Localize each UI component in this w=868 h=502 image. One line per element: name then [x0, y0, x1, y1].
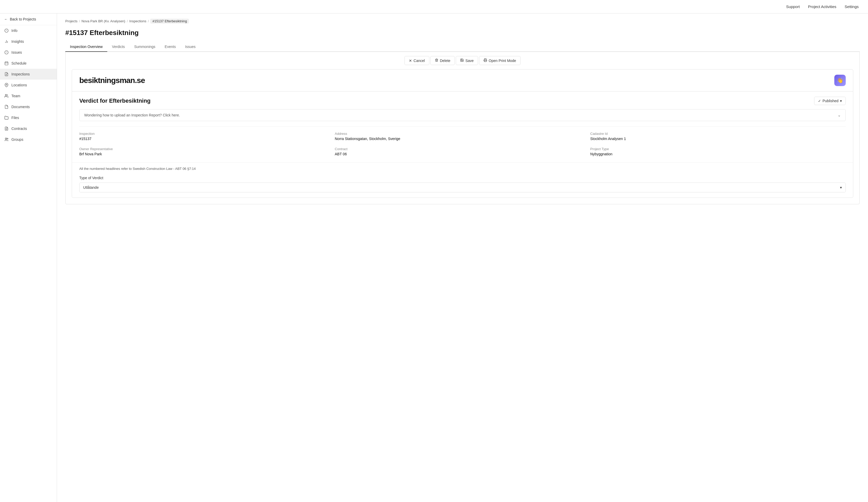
verdict-type-chevron-icon: ▾: [840, 185, 842, 190]
info-banner-expand-icon: ⌄: [838, 113, 841, 117]
breadcrumb-projects[interactable]: Projects: [65, 19, 78, 23]
issues-icon: [4, 50, 9, 55]
verdict-type-label: Type of Verdict: [79, 176, 846, 180]
verdict-title: Verdict for Efterbesiktning: [79, 98, 151, 104]
published-label: Published: [823, 99, 839, 103]
project-activities-button[interactable]: Project Activities: [805, 3, 839, 10]
breadcrumb-sep-1: /: [79, 19, 80, 23]
tab-summonings[interactable]: Summonings: [130, 42, 160, 52]
tab-inspection-overview[interactable]: Inspection Overview: [65, 42, 107, 52]
field-contract-label: Contract: [335, 147, 590, 151]
chevron-down-icon: ▾: [840, 99, 842, 103]
tab-events[interactable]: Events: [160, 42, 180, 52]
logo-dot: .: [135, 76, 136, 84]
field-owner-rep-value: Brf Nova Park: [79, 152, 335, 156]
law-note: All the numbered headlines refer to Swed…: [72, 162, 853, 176]
sidebar: ← Back to Projects Info Insights Issues: [0, 13, 57, 502]
print-label: Open Print Mode: [489, 59, 516, 63]
law-note-text: All the numbered headlines refer to Swed…: [79, 167, 196, 171]
sidebar-item-issues[interactable]: Issues: [0, 47, 57, 58]
open-print-mode-button[interactable]: Open Print Mode: [479, 56, 520, 65]
content-panel: ✕ Cancel Delete Save: [65, 52, 860, 204]
verdict-header: Verdict for Efterbesiktning ✓ Published …: [72, 91, 853, 109]
field-cadastre: Cadastre Id Stockholm Analysen 1: [590, 132, 846, 141]
field-contract: Contract ABT 06: [335, 147, 590, 156]
groups-icon: [4, 137, 9, 142]
sidebar-item-contracts-label: Contracts: [11, 127, 27, 131]
tab-verdicts[interactable]: Verdicts: [107, 42, 130, 52]
logo-avatar: 👋: [834, 75, 846, 86]
sidebar-item-schedule-label: Schedule: [11, 61, 27, 66]
published-button[interactable]: ✓ Published ▾: [814, 97, 846, 105]
schedule-icon: [4, 61, 9, 66]
sidebar-item-issues-label: Issues: [11, 50, 22, 54]
svg-point-20: [7, 138, 8, 139]
back-to-projects-button[interactable]: ← Back to Projects: [0, 13, 57, 25]
support-button[interactable]: Support: [783, 3, 803, 10]
breadcrumb: Projects / Nova Park BR (Kv. Analysen) /…: [65, 19, 860, 23]
sidebar-item-locations[interactable]: Locations: [0, 80, 57, 90]
field-inspection: Inspection #15137: [79, 132, 335, 141]
delete-icon: [435, 58, 438, 63]
field-address-value: Norra Stationsgatan, Stockholm, Sverige: [335, 137, 590, 141]
sidebar-item-files[interactable]: Files: [0, 112, 57, 123]
contracts-icon: [4, 126, 9, 131]
svg-rect-9: [5, 62, 8, 65]
logo-text: besiktningsman.se: [79, 76, 145, 85]
field-owner-rep: Owner Representative Brf Nova Park: [79, 147, 335, 156]
svg-point-19: [5, 138, 7, 139]
logo-bar: besiktningsman.se 👋: [72, 70, 853, 91]
breadcrumb-inspections[interactable]: Inspections: [129, 19, 146, 23]
print-icon: [484, 58, 487, 63]
documents-icon: [4, 104, 9, 109]
sidebar-item-info-label: Info: [11, 29, 17, 33]
sidebar-item-insights[interactable]: Insights: [0, 36, 57, 47]
sidebar-item-documents-label: Documents: [11, 105, 30, 109]
svg-point-15: [6, 84, 7, 85]
delete-button[interactable]: Delete: [430, 56, 455, 65]
delete-label: Delete: [440, 59, 450, 63]
main-content: Projects / Nova Park BR (Kv. Analysen) /…: [57, 13, 868, 502]
back-label: Back to Projects: [10, 17, 36, 21]
breadcrumb-sep-2: /: [127, 19, 128, 23]
field-project-type-label: Project Type: [590, 147, 846, 151]
sidebar-item-files-label: Files: [11, 116, 19, 120]
cancel-button[interactable]: ✕ Cancel: [404, 56, 429, 65]
sidebar-item-team[interactable]: Team: [0, 90, 57, 101]
verdict-type-value: Utlåtande: [83, 185, 99, 190]
info-banner[interactable]: Wondering how to upload an Inspection Re…: [79, 109, 846, 121]
field-address: Address Norra Stationsgatan, Stockholm, …: [335, 132, 590, 141]
save-button[interactable]: Save: [456, 56, 478, 65]
sidebar-item-documents[interactable]: Documents: [0, 101, 57, 112]
cancel-label: Cancel: [414, 59, 425, 63]
check-icon: ✓: [818, 99, 821, 103]
tab-issues[interactable]: Issues: [180, 42, 200, 52]
inspections-icon: [4, 72, 9, 77]
sidebar-item-inspections[interactable]: Inspections: [0, 69, 57, 80]
sidebar-item-locations-label: Locations: [11, 83, 27, 87]
field-project-type: Project Type Nybyggnation: [590, 147, 846, 156]
layout: ← Back to Projects Info Insights Issues: [0, 13, 868, 502]
field-inspection-value: #15137: [79, 137, 335, 141]
sidebar-item-info[interactable]: Info: [0, 25, 57, 36]
sidebar-item-insights-label: Insights: [11, 39, 24, 43]
breadcrumb-project[interactable]: Nova Park BR (Kv. Analysen): [82, 19, 125, 23]
save-icon: [460, 58, 464, 63]
field-contract-value: ABT 06: [335, 152, 590, 156]
info-banner-text: Wondering how to upload an Inspection Re…: [84, 113, 180, 117]
files-icon: [4, 116, 9, 120]
field-project-type-value: Nybyggnation: [590, 152, 846, 156]
back-arrow-icon: ←: [4, 17, 8, 21]
svg-rect-21: [485, 60, 486, 62]
field-cadastre-value: Stockholm Analysen 1: [590, 137, 846, 141]
sidebar-item-schedule[interactable]: Schedule: [0, 58, 57, 69]
settings-button[interactable]: Settings: [841, 3, 862, 10]
team-icon: [4, 93, 9, 98]
breadcrumb-current: #15137 Efterbesiktning: [150, 19, 189, 23]
verdict-type-select[interactable]: Utlåtande ▾: [79, 182, 846, 192]
toolbar: ✕ Cancel Delete Save: [65, 52, 859, 69]
sidebar-item-groups[interactable]: Groups: [0, 134, 57, 145]
breadcrumb-sep-3: /: [148, 19, 149, 23]
sidebar-item-contracts[interactable]: Contracts: [0, 123, 57, 134]
save-label: Save: [465, 59, 474, 63]
